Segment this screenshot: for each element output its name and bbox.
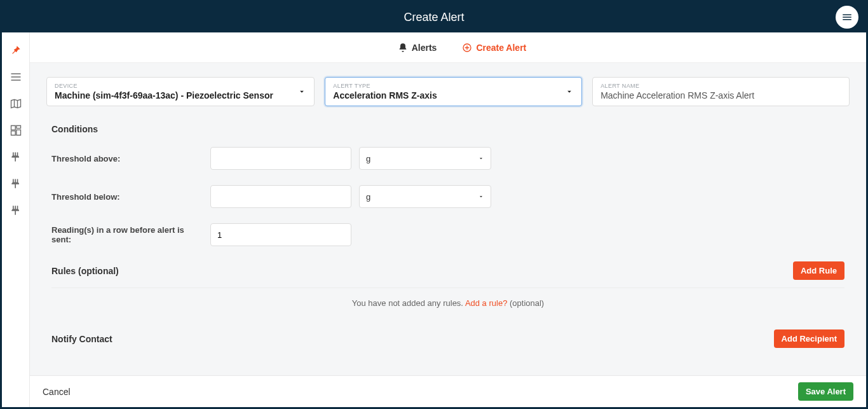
chevron-down-icon bbox=[297, 87, 306, 96]
app-header: Create Alert bbox=[2, 2, 866, 32]
add-recipient-button[interactable]: Add Recipient bbox=[774, 329, 844, 348]
page-title: Create Alert bbox=[403, 11, 464, 24]
save-alert-button[interactable]: Save Alert bbox=[798, 382, 853, 401]
rules-heading: Rules (optional) bbox=[51, 266, 119, 276]
threshold-below-unit-select[interactable]: g bbox=[359, 185, 491, 208]
tools-icon-1[interactable] bbox=[10, 151, 22, 163]
threshold-below-unit-value: g bbox=[366, 192, 370, 202]
alert-name-micro-label: ALERT NAME bbox=[600, 83, 824, 89]
chevron-down-icon bbox=[478, 155, 484, 162]
device-select[interactable]: DEVICE Machine (sim-4f3f-69aa-13ac) - Pi… bbox=[46, 77, 315, 106]
tab-create-alert-label: Create Alert bbox=[476, 43, 526, 53]
hamburger-icon bbox=[841, 11, 853, 23]
bell-icon bbox=[398, 43, 408, 53]
footer-bar: Cancel Save Alert bbox=[30, 375, 866, 407]
plus-circle-icon bbox=[462, 43, 472, 53]
tab-alerts-label: Alerts bbox=[412, 43, 437, 53]
subnav: Alerts Create Alert bbox=[30, 32, 866, 63]
alert-type-select[interactable]: ALERT TYPE Acceleration RMS Z-axis bbox=[325, 77, 582, 106]
threshold-above-label: Threshold above: bbox=[51, 154, 203, 163]
notify-heading: Notify Contact bbox=[51, 334, 112, 344]
pin-icon[interactable] bbox=[10, 44, 22, 57]
threshold-below-label: Threshold below: bbox=[51, 192, 203, 202]
alert-type-micro-label: ALERT TYPE bbox=[333, 83, 556, 89]
readings-input[interactable] bbox=[210, 223, 351, 246]
device-value: Machine (sim-4f3f-69aa-13ac) - Piezoelec… bbox=[55, 90, 288, 101]
chevron-down-icon bbox=[565, 87, 574, 96]
threshold-above-unit-value: g bbox=[366, 154, 370, 163]
menu-button[interactable] bbox=[836, 6, 858, 29]
readings-label: Reading(s) in a row before alert is sent… bbox=[51, 225, 203, 244]
cancel-button[interactable]: Cancel bbox=[43, 387, 71, 397]
sidebar bbox=[2, 32, 30, 407]
add-rule-button[interactable]: Add Rule bbox=[793, 261, 844, 280]
map-icon[interactable] bbox=[10, 97, 22, 110]
add-a-rule-link[interactable]: Add a rule? bbox=[465, 298, 508, 308]
tools-icon-3[interactable] bbox=[10, 204, 22, 217]
threshold-below-input[interactable] bbox=[210, 185, 351, 208]
list-icon[interactable] bbox=[10, 71, 22, 83]
tab-alerts[interactable]: Alerts bbox=[398, 43, 437, 53]
rules-empty-state: You have not added any rules. Add a rule… bbox=[51, 288, 844, 326]
tab-create-alert[interactable]: Create Alert bbox=[462, 43, 526, 53]
conditions-heading: Conditions bbox=[51, 124, 844, 134]
chevron-down-icon bbox=[478, 193, 484, 200]
tools-icon-2[interactable] bbox=[10, 177, 22, 190]
alert-name-value: Machine Acceleration RMS Z-axis Alert bbox=[600, 90, 824, 101]
threshold-above-input[interactable] bbox=[210, 147, 351, 170]
threshold-above-unit-select[interactable]: g bbox=[359, 147, 491, 170]
alert-type-value: Acceleration RMS Z-axis bbox=[333, 90, 556, 101]
alert-name-input[interactable]: ALERT NAME Machine Acceleration RMS Z-ax… bbox=[592, 77, 850, 106]
rules-empty-suffix: (optional) bbox=[507, 298, 544, 308]
device-micro-label: DEVICE bbox=[55, 83, 288, 89]
dashboard-icon[interactable] bbox=[10, 124, 22, 137]
rules-empty-prefix: You have not added any rules. bbox=[352, 298, 465, 308]
